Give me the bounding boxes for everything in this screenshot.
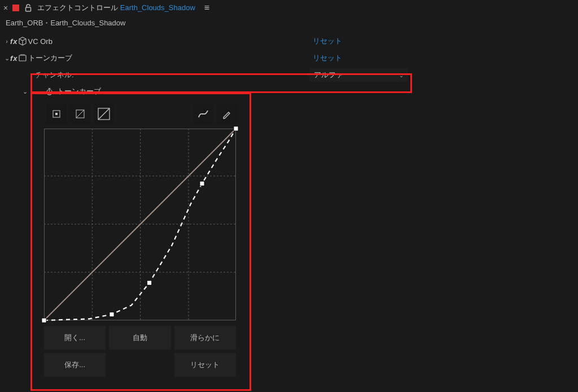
svg-rect-4 bbox=[55, 113, 58, 115]
expand-caret[interactable]: ⌄ bbox=[3, 55, 10, 62]
panel-title: エフェクトコントロール Earth_Clouds_Shadow bbox=[37, 3, 195, 13]
channel-label: チャンネル: bbox=[35, 70, 74, 80]
tone-curve-graph[interactable] bbox=[44, 129, 236, 320]
reset-link[interactable]: リセット bbox=[313, 36, 342, 46]
stopwatch-icon[interactable] bbox=[45, 87, 54, 96]
reset-curve-button[interactable]: リセット bbox=[174, 353, 236, 377]
breadcrumb: Earth_ORB・Earth_Clouds_Shadow bbox=[0, 16, 578, 33]
lock-icon[interactable] bbox=[24, 3, 33, 12]
expand-caret[interactable]: › bbox=[3, 38, 10, 45]
close-panel-button[interactable]: × bbox=[3, 3, 8, 12]
record-indicator-icon bbox=[12, 5, 19, 11]
auto-button[interactable]: 自動 bbox=[109, 326, 170, 350]
effect-name[interactable]: VC Orb bbox=[28, 37, 52, 46]
save-button[interactable]: 保存... bbox=[44, 353, 106, 377]
reset-link[interactable]: リセット bbox=[313, 53, 342, 63]
channel-dropdown[interactable]: アルファ ⌄ bbox=[309, 68, 408, 82]
svg-rect-20 bbox=[234, 126, 238, 131]
smooth-button[interactable]: 滑らかに bbox=[174, 326, 236, 350]
channel-dropdown-value: アルファ bbox=[314, 70, 343, 80]
blank-cell bbox=[109, 353, 170, 377]
svg-rect-16 bbox=[42, 318, 46, 323]
pencil-tool-button[interactable] bbox=[217, 104, 237, 124]
panel-menu-button[interactable]: ≡ bbox=[204, 3, 209, 13]
open-button[interactable]: 開く... bbox=[44, 326, 106, 350]
svg-rect-1 bbox=[19, 55, 26, 61]
svg-line-8 bbox=[98, 108, 110, 120]
chevron-down-icon: ⌄ bbox=[399, 72, 404, 78]
svg-rect-18 bbox=[147, 280, 152, 285]
svg-rect-0 bbox=[26, 7, 31, 11]
grid-size-large-button[interactable] bbox=[94, 104, 114, 124]
preset-icon bbox=[18, 54, 27, 63]
svg-line-6 bbox=[76, 110, 84, 118]
grid-size-medium-button[interactable] bbox=[70, 104, 90, 124]
fx-badge-icon[interactable]: fx bbox=[10, 54, 18, 63]
svg-rect-19 bbox=[200, 181, 204, 186]
panel-title-link[interactable]: Earth_Clouds_Shadow bbox=[120, 3, 195, 12]
tonecurve-label: トーンカーブ bbox=[57, 86, 101, 96]
grid-size-small-button[interactable] bbox=[46, 104, 67, 124]
expand-caret[interactable]: ⌄ bbox=[21, 88, 28, 95]
effect-name[interactable]: トーンカーブ bbox=[28, 53, 72, 63]
bezier-curve-tool-button[interactable] bbox=[193, 104, 213, 124]
cube-icon bbox=[18, 37, 27, 46]
fx-badge-icon[interactable]: fx bbox=[10, 37, 18, 46]
svg-rect-17 bbox=[110, 312, 114, 316]
